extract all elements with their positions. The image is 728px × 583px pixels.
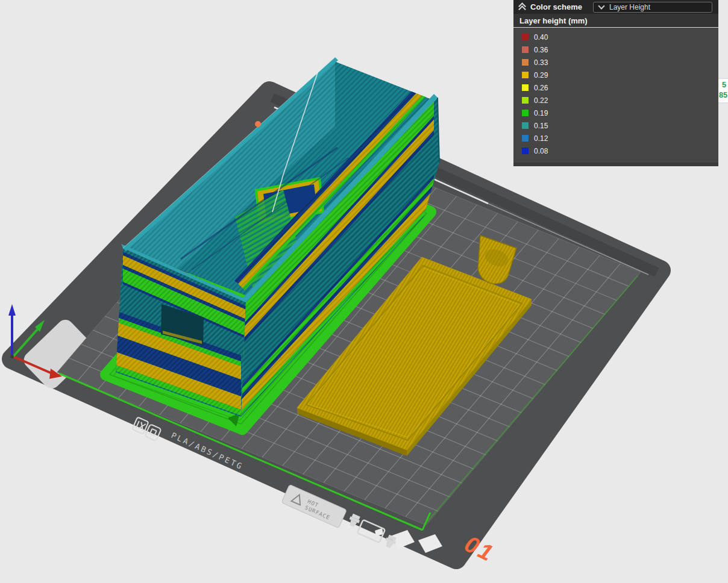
slicer-preview-viewport: PLA/ABS/PETG HOT SURFACE 01 bbox=[0, 0, 728, 583]
legend-swatch bbox=[522, 110, 529, 116]
legend-swatch bbox=[522, 46, 529, 53]
color-scheme-title: Color scheme bbox=[530, 2, 582, 11]
legend-item: 0.19 bbox=[513, 107, 718, 119]
legend-item: 0.15 bbox=[513, 119, 718, 132]
color-scheme-dropdown[interactable]: Layer Height bbox=[593, 2, 712, 13]
legend-swatch bbox=[522, 122, 529, 129]
legend-swatch bbox=[522, 84, 529, 91]
legend-section-header: Layer height (mm) bbox=[513, 14, 718, 28]
legend-item: 0.36 bbox=[513, 43, 718, 56]
legend-item: 0.12 bbox=[513, 132, 718, 145]
legend-item: 0.08 bbox=[513, 145, 718, 157]
legend-swatch bbox=[522, 34, 529, 40]
color-scheme-header: Color scheme Layer Height bbox=[513, 0, 718, 14]
legend-item: 0.22 bbox=[513, 94, 718, 107]
seam-dot bbox=[255, 121, 261, 127]
legend-swatch bbox=[522, 135, 529, 142]
dropdown-value: Layer Height bbox=[609, 3, 650, 11]
color-scheme-panel: Color scheme Layer Height Layer height (… bbox=[513, 0, 718, 166]
legend-swatch bbox=[522, 148, 529, 154]
collapse-icon[interactable] bbox=[519, 4, 525, 10]
legend-swatch bbox=[522, 59, 529, 66]
legend-item: 0.33 bbox=[513, 56, 718, 69]
chevron-down-icon bbox=[598, 2, 604, 9]
legend-item: 0.26 bbox=[513, 81, 718, 94]
panel-footer bbox=[513, 163, 718, 166]
tooltip-value-top: 5 bbox=[718, 79, 728, 90]
tooltip-value-bottom: 85 bbox=[718, 90, 728, 101]
legend-item: 0.40 bbox=[513, 31, 718, 43]
legend-swatch bbox=[522, 72, 529, 78]
legend-swatch bbox=[522, 97, 529, 104]
legend-item: 0.29 bbox=[513, 69, 718, 81]
legend-list: 0.40 0.36 0.33 0.29 0.26 0.22 bbox=[513, 28, 718, 163]
layer-slider-tooltip: 5 85 bbox=[718, 79, 728, 102]
